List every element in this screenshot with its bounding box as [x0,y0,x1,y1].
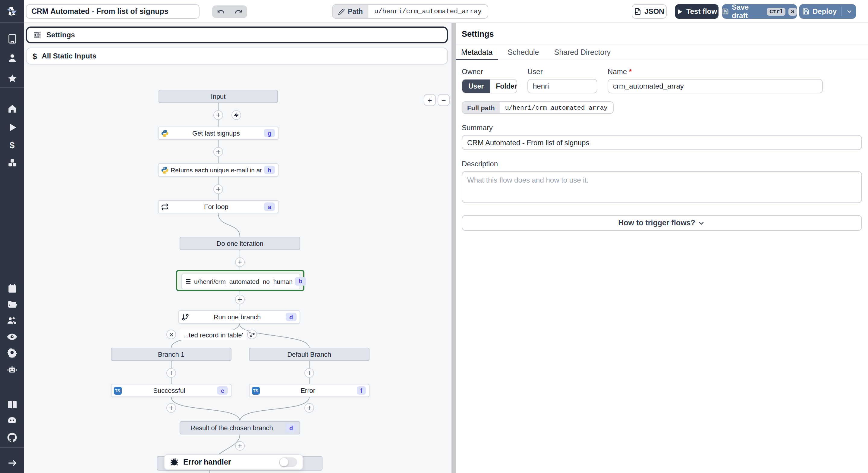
owner-toggle: User Folder [462,79,517,93]
plus-icon [215,186,221,192]
node-result-chosen-branch[interactable]: Result of the chosen branch d [180,421,300,435]
metadata-form: Owner User Folder User Name * Full path [456,60,868,231]
sidebar-item-audit-logs[interactable] [0,329,24,344]
description-label: Description [462,160,862,168]
node-run-one-branch[interactable]: Run one branch d [179,310,300,323]
summary-input[interactable] [462,135,862,150]
deploy-button[interactable]: Deploy [799,4,856,19]
add-step-button[interactable] [304,368,314,378]
building-icon [7,33,17,44]
flow-canvas: Settings $ All Static Inputs + − [24,23,452,473]
add-step-button[interactable] [166,368,176,378]
users-gear-icon [7,315,18,326]
sidebar-item-docs[interactable] [0,397,24,412]
node-default-branch[interactable]: Default Branch [249,348,370,361]
owner-label: Owner [462,67,517,76]
node-get-last-signups[interactable]: Get last signups g [158,127,278,140]
description-textarea[interactable] [462,171,862,203]
branch-condition-text: ...ted record in table' [183,331,243,338]
panel-heading: Settings [456,23,868,45]
python-icon [158,129,170,137]
add-step-button[interactable] [235,257,245,267]
user-input[interactable] [527,79,597,93]
sidebar-item-schedules[interactable] [0,281,24,295]
undo-icon [217,8,225,16]
node-run-one-branch-label: Run one branch [191,313,283,321]
add-step-button[interactable] [235,295,245,304]
sidebar-item-settings[interactable] [0,345,24,360]
remove-branch-button[interactable] [166,329,176,339]
node-successful[interactable]: TS Successful e [111,384,231,397]
edit-path-button[interactable]: Path [333,5,368,18]
node-for-loop[interactable]: For loop a [158,200,278,213]
tab-schedule[interactable]: Schedule [502,45,544,60]
redo-button[interactable] [235,8,242,16]
user-label: User [527,67,597,76]
trigger-button[interactable] [231,110,241,120]
json-button[interactable]: JSON [632,4,667,19]
sidebar-item-github[interactable] [0,430,24,445]
chevron-down-icon [698,219,706,227]
path-chip: Path u/henri/crm_automated_array [332,4,488,19]
node-branch-1[interactable]: Branch 1 [111,348,231,361]
node-do-one-iteration[interactable]: Do one iteration [180,237,300,250]
owner-user-option[interactable]: User [462,80,490,93]
branch-condition-label: ...ted record in table' [180,329,247,340]
plus-icon [306,405,312,411]
add-branch-button[interactable] [247,329,257,339]
panel-tabs: Metadata Schedule Shared Directory [456,45,868,60]
path-value[interactable]: u/henri/crm_automated_array [368,5,488,18]
file-json-icon [634,8,641,15]
sidebar-item-groups[interactable] [0,313,24,328]
add-step-button[interactable] [213,110,223,120]
sidebar-collapse-button[interactable] [0,455,24,470]
sidebar-item-variables[interactable]: $ [0,137,24,152]
node-error[interactable]: TS Error f [249,384,370,397]
bug-icon [170,458,179,466]
kbd-ctrl: Ctrl [767,7,786,15]
add-step-button[interactable] [213,184,223,194]
test-flow-button[interactable]: Test flow [675,4,718,19]
sidebar-item-workspace[interactable] [0,31,24,46]
node-id-badge: g [264,129,275,137]
sidebar-item-folders[interactable] [0,297,24,312]
tab-shared-directory[interactable]: Shared Directory [549,45,616,60]
tab-metadata[interactable]: Metadata [456,45,498,60]
name-input[interactable] [608,79,823,93]
add-step-button[interactable] [304,403,314,413]
sidebar-item-runs[interactable] [0,120,24,134]
error-handler-toggle[interactable] [279,457,297,467]
node-returns-unique-emails[interactable]: Returns each unique e-mail in an array h [158,163,278,177]
add-step-button[interactable] [213,147,223,157]
node-input[interactable]: Input [158,90,278,103]
sidebar-item-user[interactable] [0,51,24,65]
sidebar-item-home[interactable] [0,101,24,116]
play-icon [677,8,683,15]
undo-button[interactable] [217,8,225,16]
save-draft-button[interactable]: Save draft Ctrl S [722,4,797,19]
typescript-icon: TS [112,386,124,395]
windmill-logo[interactable] [0,0,24,23]
node-crm-automated-no-human[interactable]: u/henri/crm_automated_no_human b [181,273,300,289]
node-id-badge: d [286,423,297,432]
git-branch-icon [179,313,191,321]
sidebar-item-resources[interactable] [0,155,24,170]
redo-icon [235,8,242,16]
how-to-trigger-flows-button[interactable]: How to trigger flows? [462,215,862,231]
chevron-down-icon[interactable] [846,8,853,15]
node-crm-automated-no-human-selected[interactable]: u/henri/crm_automated_no_human b [176,270,304,291]
play-icon [7,122,17,132]
add-step-button[interactable] [235,441,245,451]
sidebar-item-ai[interactable] [0,362,24,377]
sidebar-item-favorites[interactable] [0,71,24,86]
node-default-branch-label: Default Branch [250,351,369,358]
add-step-button[interactable] [166,403,176,413]
flow-title-input[interactable] [26,4,199,19]
plus-icon [306,370,312,376]
sidebar-item-discord[interactable] [0,413,24,428]
error-handler-card[interactable]: Error handler [164,454,303,470]
user-icon [7,53,17,63]
calendar-icon [7,283,17,293]
owner-folder-option[interactable]: Folder [490,80,517,93]
panel-resize-handle[interactable] [452,23,456,473]
